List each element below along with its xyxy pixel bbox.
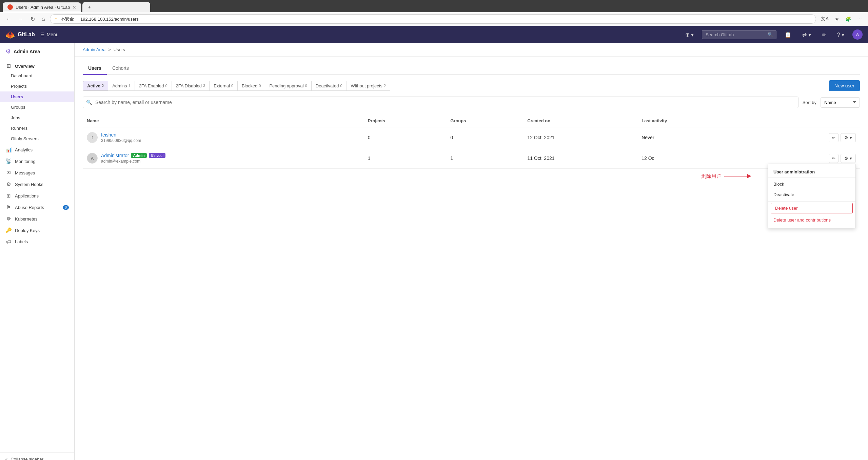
sidebar-label-analytics: Analytics — [15, 147, 33, 152]
extensions-button[interactable]: 🧩 — [843, 15, 853, 23]
collapse-sidebar-button[interactable]: « Collapse sidebar — [0, 452, 74, 460]
active-tab[interactable]: Users · Admin Area · GitLab ✕ — [3, 2, 81, 12]
filter-2fa-disabled-count: 3 — [203, 84, 205, 88]
filter-tab-admins[interactable]: Admins 1 — [108, 81, 134, 91]
address-bar[interactable]: ⚠ 不安全 | — [50, 14, 816, 24]
dropdown-deactivate-item[interactable]: Deactivate — [768, 189, 855, 200]
user-info-feishen: feishen 3199560936@qq.com — [101, 132, 141, 143]
search-input-wrap: 🔍 — [83, 97, 798, 108]
monitoring-icon: 📡 — [5, 158, 12, 164]
annotation: 删除用户 — [701, 172, 751, 180]
new-tab-button[interactable]: ＋ — [82, 2, 150, 12]
user-avatar[interactable]: A — [852, 29, 863, 40]
labels-icon: 🏷 — [5, 239, 12, 245]
sidebar-item-analytics[interactable]: 📊 Analytics — [0, 144, 74, 155]
reader-button[interactable]: ★ — [833, 15, 841, 23]
sidebar-item-deploy-keys[interactable]: 🔑 Deploy Keys — [0, 225, 74, 236]
filter-tab-deactivated[interactable]: Deactivated 0 — [311, 81, 347, 91]
sidebar-item-monitoring[interactable]: 📡 Monitoring — [0, 155, 74, 167]
annotation-arrow-icon — [724, 172, 751, 180]
filter-tab-without-projects[interactable]: Without projects 2 — [347, 81, 390, 91]
user-link-admin[interactable]: Administrator — [101, 153, 129, 158]
user-activity-admin: 12 Oc — [637, 148, 746, 169]
issues-button[interactable]: ✏ — [819, 30, 829, 39]
main-content: Admin Area > Users Users Cohorts Active … — [75, 43, 868, 460]
filter-pending-count: 0 — [305, 84, 307, 88]
tab-users[interactable]: Users — [83, 62, 107, 75]
sidebar-item-kubernetes[interactable]: ☸ Kubernetes — [0, 213, 74, 225]
help-button[interactable]: ? ▾ — [834, 30, 847, 39]
menu-label: Menu — [47, 32, 59, 37]
settings-button[interactable]: ⋯ — [855, 15, 864, 23]
edit-user-feishen-button[interactable]: ✏ — [829, 133, 839, 142]
sidebar-item-overview[interactable]: ⊡ Overview — [0, 60, 74, 70]
sidebar-item-users[interactable]: Users — [0, 91, 74, 102]
menu-icon: ☰ — [40, 32, 45, 37]
filter-tab-2fa-disabled[interactable]: 2FA Disabled 3 — [172, 81, 210, 91]
filter-tab-external[interactable]: External 0 — [209, 81, 237, 91]
filter-tab-active[interactable]: Active 2 — [83, 81, 108, 91]
filter-2fa-enabled-count: 0 — [165, 84, 167, 88]
collapse-label: Collapse sidebar — [11, 457, 43, 460]
search-input[interactable] — [83, 97, 798, 108]
sidebar-label-gitaly-servers: Gitaly Servers — [11, 136, 39, 141]
new-user-button[interactable]: New user — [829, 80, 860, 91]
sidebar-item-groups[interactable]: Groups — [0, 102, 74, 112]
header-menu-button[interactable]: ☰ Menu — [40, 32, 59, 37]
refresh-button[interactable]: ↻ — [28, 15, 37, 24]
translate-button[interactable]: 文A — [819, 15, 831, 23]
create-button[interactable]: ⊕ ▾ — [683, 30, 696, 39]
header-search-input[interactable] — [702, 30, 776, 39]
col-groups: Groups — [446, 115, 523, 127]
col-created-on: Created on — [523, 115, 637, 127]
home-button[interactable]: ⌂ — [40, 15, 47, 23]
address-input[interactable] — [80, 17, 812, 22]
user-email-feishen: 3199560936@qq.com — [101, 138, 141, 143]
sidebar-item-dashboard[interactable]: Dashboard — [0, 70, 74, 81]
sidebar-item-abuse-reports[interactable]: ⚑ Abuse Reports 0 — [0, 202, 74, 213]
sidebar-item-applications[interactable]: ⊞ Applications — [0, 190, 74, 202]
filter-pending-label: Pending approval — [269, 83, 303, 88]
svg-text:A: A — [91, 156, 94, 161]
sidebar-item-gitaly-servers[interactable]: Gitaly Servers — [0, 133, 74, 144]
todo-button[interactable]: 📋 — [782, 30, 794, 39]
sidebar-header-title: Admin Area — [14, 49, 40, 54]
abuse-reports-badge: 0 — [63, 205, 69, 210]
sidebar-item-jobs[interactable]: Jobs — [0, 112, 74, 123]
filter-tab-pending-approval[interactable]: Pending approval 0 — [265, 81, 311, 91]
user-badges-admin: Administrator Admin It's you! — [101, 153, 165, 158]
sort-select[interactable]: Name Created date Last activity Access l… — [821, 97, 860, 108]
search-icon: 🔍 — [86, 100, 92, 105]
sidebar-item-labels[interactable]: 🏷 Labels — [0, 236, 74, 247]
sidebar-item-messages[interactable]: ✉ Messages — [0, 167, 74, 179]
user-link-feishen[interactable]: feishen — [101, 132, 141, 138]
filter-tab-blocked[interactable]: Blocked 0 — [237, 81, 265, 91]
edit-user-admin-button[interactable]: ✏ — [829, 154, 839, 163]
dropdown-block-item[interactable]: Block — [768, 179, 855, 189]
settings-dropdown-feishen-button[interactable]: ⚙ ▾ — [841, 133, 856, 142]
sidebar-item-projects[interactable]: Projects — [0, 81, 74, 91]
users-table: Name Projects Groups Created on Last act… — [83, 115, 860, 169]
breadcrumb-admin-area[interactable]: Admin Area — [83, 47, 105, 52]
gitlab-logo[interactable]: GitLab — [5, 30, 35, 39]
tab-cohorts[interactable]: Cohorts — [107, 62, 134, 75]
dropdown-delete-user-item[interactable]: Delete user — [771, 203, 853, 213]
filter-tab-2fa-enabled[interactable]: 2FA Enabled 0 — [135, 81, 172, 91]
sidebar-label-groups: Groups — [11, 105, 25, 110]
forward-button[interactable]: → — [16, 15, 26, 23]
settings-dropdown-admin-button[interactable]: ⚙ ▾ — [841, 154, 856, 163]
back-button[interactable]: ← — [4, 15, 14, 23]
sidebar-label-overview: Overview — [15, 64, 35, 69]
annotation-container: 删除用户 — [83, 169, 860, 189]
merge-requests-button[interactable]: ⇄ ▾ — [800, 30, 813, 39]
tab-close-button[interactable]: ✕ — [73, 5, 76, 10]
dropdown-delete-contributions-item[interactable]: Delete user and contributions — [768, 215, 855, 225]
dropdown-title: User administration — [768, 167, 855, 177]
sidebar-label-system-hooks: System Hooks — [15, 182, 43, 187]
content-area: Users Cohorts Active 2 Admins 1 2FA Enab… — [75, 57, 868, 194]
analytics-icon: 📊 — [5, 147, 12, 153]
sidebar-item-runners[interactable]: Runners — [0, 123, 74, 133]
sort-label: Sort by — [803, 100, 816, 105]
sidebar-item-system-hooks[interactable]: ⚙ System Hooks — [0, 179, 74, 190]
breadcrumb-separator: > — [108, 47, 111, 52]
